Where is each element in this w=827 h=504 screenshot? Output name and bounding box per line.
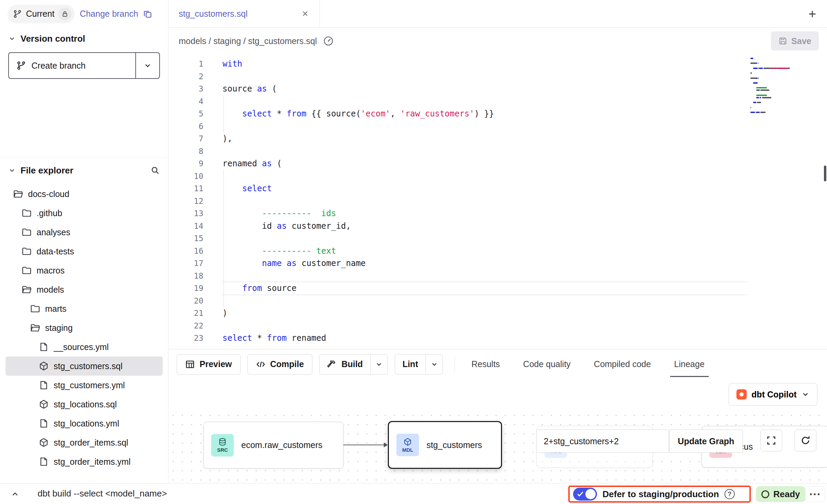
folder-open-icon xyxy=(22,284,32,295)
file-item-models[interactable]: models xyxy=(5,280,163,299)
code-line-1[interactable]: 1with xyxy=(168,58,748,70)
minimap[interactable] xyxy=(750,58,793,114)
panel-tab-results[interactable]: Results xyxy=(471,349,500,379)
code-line-4[interactable]: 4 xyxy=(168,95,748,108)
line-number: 17 xyxy=(168,257,203,270)
line-content: source as ( xyxy=(222,83,748,95)
lineage-canvas[interactable]: MDL customers SEM cus SR xyxy=(168,411,827,483)
file-item-stg-customers-sql[interactable]: stg_customers.sql xyxy=(5,356,163,376)
file-item-label: .github xyxy=(37,208,62,218)
file-item-stg-locations-yml[interactable]: stg_locations.yml xyxy=(5,414,163,433)
file-item-label: analyses xyxy=(37,227,70,237)
code-line-5[interactable]: 5 select * from {{ source('ecom', 'raw_c… xyxy=(168,108,748,120)
current-branch-label: Current xyxy=(26,9,54,19)
update-graph-button[interactable]: Update Graph xyxy=(669,430,743,453)
file-item-stg-customers-yml[interactable]: stg_customers.yml xyxy=(5,376,163,395)
file-item-stg-order-items-sql[interactable]: stg_order_items.sql xyxy=(5,433,163,452)
file-item-staging[interactable]: staging xyxy=(5,318,163,337)
create-branch-split-button: Create branch xyxy=(8,52,160,79)
lineage-edge-arrow xyxy=(343,441,389,449)
branch-icon xyxy=(13,10,22,18)
file-item--sources-yml[interactable]: __sources.yml xyxy=(5,337,163,356)
code-line-21[interactable]: 21) xyxy=(168,307,748,320)
file-icon xyxy=(39,457,49,467)
line-content xyxy=(222,95,748,108)
lineage-node-source[interactable]: SRC ecom.raw_customers xyxy=(203,422,343,468)
file-item-label: docs-cloud xyxy=(28,189,69,199)
code-line-6[interactable]: 6 xyxy=(168,120,748,133)
copy-icon[interactable] xyxy=(143,9,152,19)
file-item--github[interactable]: .github xyxy=(5,204,163,223)
lineage-node-stg-customers[interactable]: MDL stg_customers xyxy=(388,421,502,469)
dbt-copilot-button[interactable]: dbt Copilot xyxy=(729,383,817,406)
tab-title: stg_customers.sql xyxy=(179,9,247,19)
file-item-marts[interactable]: marts xyxy=(5,299,163,318)
code-line-17[interactable]: 17 name as customer_name xyxy=(168,257,748,270)
code-line-10[interactable]: 10 xyxy=(168,170,748,183)
line-content: select xyxy=(222,182,748,195)
code-line-19[interactable]: 19 from source xyxy=(168,282,748,295)
code-line-15[interactable]: 15 xyxy=(168,232,748,245)
panel-tab-compiled-code[interactable]: Compiled code xyxy=(594,349,651,379)
lineage-selector-input[interactable] xyxy=(537,430,669,453)
file-item-analyses[interactable]: analyses xyxy=(5,223,163,242)
defer-toggle[interactable] xyxy=(573,488,597,501)
code-line-3[interactable]: 3source as ( xyxy=(168,83,748,95)
panel-tab-lineage[interactable]: Lineage xyxy=(674,349,705,379)
file-item-docs-cloud[interactable]: docs-cloud xyxy=(5,184,163,204)
code-line-13[interactable]: 13 ---------- ids xyxy=(168,207,748,220)
help-icon[interactable]: ? xyxy=(724,489,735,499)
code-line-8[interactable]: 8 xyxy=(168,145,748,158)
line-number: 12 xyxy=(168,195,203,208)
cli-command-text[interactable]: dbt build --select <model_name> xyxy=(38,488,167,499)
save-button[interactable]: Save xyxy=(771,31,819,51)
branch-icon xyxy=(16,61,26,70)
code-line-22[interactable]: 22 xyxy=(168,320,748,332)
collapse-panel-button[interactable] xyxy=(8,488,22,500)
lint-button[interactable]: Lint xyxy=(395,354,426,374)
current-branch-pill[interactable]: Current xyxy=(8,5,75,23)
lint-dropdown[interactable] xyxy=(425,354,443,374)
compile-button[interactable]: Compile xyxy=(247,354,313,375)
build-dropdown[interactable] xyxy=(370,354,388,374)
code-line-11[interactable]: 11 select xyxy=(168,182,748,195)
close-icon[interactable] xyxy=(301,10,309,18)
code-line-23[interactable]: 23select * from renamed xyxy=(168,332,748,345)
code-line-9[interactable]: 9renamed as ( xyxy=(168,157,748,170)
gauge-icon[interactable] xyxy=(323,36,334,46)
file-item-stg-order-items-yml[interactable]: stg_order_items.yml xyxy=(5,452,163,471)
file-item-data-tests[interactable]: data-tests xyxy=(5,242,163,261)
create-branch-dropdown[interactable] xyxy=(135,53,159,78)
search-icon[interactable] xyxy=(150,166,160,175)
line-content: id as customer_id, xyxy=(222,220,748,233)
cube-icon xyxy=(403,437,412,446)
version-control-header[interactable]: Version control xyxy=(0,28,168,50)
create-branch-button[interactable]: Create branch xyxy=(9,53,135,78)
fullscreen-button[interactable] xyxy=(760,430,782,451)
file-explorer-header[interactable]: File explorer xyxy=(0,158,168,183)
build-button[interactable]: Build xyxy=(320,354,370,374)
status-badge[interactable]: Ready xyxy=(756,486,805,502)
new-tab-button[interactable] xyxy=(804,6,820,22)
preview-button[interactable]: Preview xyxy=(177,354,241,375)
code-line-7[interactable]: 7), xyxy=(168,132,748,145)
change-branch-link[interactable]: Change branch xyxy=(80,9,138,19)
editor-scrollbar[interactable] xyxy=(824,166,826,181)
code-line-12[interactable]: 12 xyxy=(168,195,748,208)
code-line-20[interactable]: 20 xyxy=(168,295,748,307)
code-line-16[interactable]: 16 ---------- text xyxy=(168,245,748,257)
code-line-14[interactable]: 14 id as customer_id, xyxy=(168,220,748,233)
file-item-stg-locations-sql[interactable]: stg_locations.sql xyxy=(5,395,163,414)
overflow-menu-button[interactable]: ··· xyxy=(805,486,825,502)
panel-tab-code-quality[interactable]: Code quality xyxy=(523,349,571,379)
code-line-2[interactable]: 2 xyxy=(168,70,748,83)
file-item-label: stg_customers.yml xyxy=(54,380,125,390)
refresh-button[interactable] xyxy=(795,430,816,451)
code-editor[interactable]: 1with23source as (45 select * from {{ so… xyxy=(168,54,827,349)
code-line-18[interactable]: 18 xyxy=(168,270,748,282)
line-number: 20 xyxy=(168,295,203,307)
lineage-header: dbt Copilot xyxy=(168,379,827,411)
tab-stg-customers-sql[interactable]: stg_customers.sql xyxy=(168,0,320,27)
file-item-macros[interactable]: macros xyxy=(5,261,163,280)
line-number: 22 xyxy=(168,320,203,332)
